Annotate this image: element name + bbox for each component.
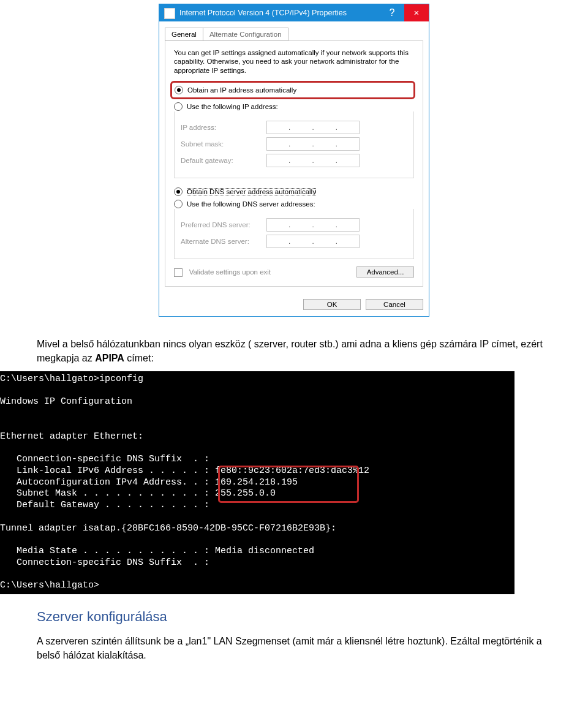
label-preferred-dns: Preferred DNS server:: [181, 221, 266, 228]
label-ip-address: IP address:: [181, 124, 266, 131]
radio-label: Use the following DNS server addresses:: [187, 200, 315, 208]
terminal-output: C:\Users\hallgato>ipconfig Windows IP Co…: [0, 371, 514, 594]
radio-icon: [174, 102, 183, 111]
radio-use-following-dns[interactable]: Use the following DNS server addresses:: [174, 198, 414, 210]
radio-label: Obtain an IP address automatically: [187, 86, 296, 94]
window-title: Internet Protocol Version 4 (TCP/IPv4) P…: [179, 4, 380, 21]
radio-icon: [174, 187, 183, 196]
radio-obtain-ip-automatically[interactable]: Obtain an IP address automatically: [175, 84, 395, 96]
label-subnet-mask: Subnet mask:: [181, 140, 266, 148]
advanced-button[interactable]: Advanced...: [356, 266, 414, 278]
radio-label: Obtain DNS server address automatically: [187, 188, 316, 195]
titlebar[interactable]: Internet Protocol Version 4 (TCP/IPv4) P…: [159, 4, 429, 21]
close-button[interactable]: ×: [404, 4, 429, 21]
checkbox-label: Validate settings upon exit: [189, 268, 271, 276]
tcpip-properties-dialog: Internet Protocol Version 4 (TCP/IPv4) P…: [159, 4, 429, 317]
window-icon: [164, 8, 175, 19]
label-alternate-dns: Alternate DNS server:: [181, 238, 266, 245]
radio-use-following-ip[interactable]: Use the following IP address:: [174, 100, 414, 113]
checkbox-icon: [174, 268, 183, 277]
tab-alternate-configuration[interactable]: Alternate Configuration: [203, 28, 288, 41]
tab-general[interactable]: General: [165, 28, 203, 41]
help-button[interactable]: ?: [380, 4, 404, 21]
cancel-button[interactable]: Cancel: [366, 299, 423, 310]
label-default-gateway: Default gateway:: [181, 157, 266, 164]
paragraph-apipa: Mivel a belső hálózatunkban nincs olyan …: [37, 338, 551, 365]
radio-obtain-dns-automatically[interactable]: Obtain DNS server address automatically: [174, 186, 414, 198]
ok-button[interactable]: OK: [303, 299, 361, 310]
input-ip-address: ...: [266, 121, 360, 134]
intro-text: You can get IP settings assigned automat…: [174, 48, 414, 75]
checkbox-validate-settings[interactable]: Validate settings upon exit: [174, 267, 271, 277]
input-preferred-dns: ...: [266, 218, 360, 232]
radio-icon: [174, 200, 183, 208]
input-subnet-mask: ...: [266, 137, 360, 151]
highlight-box: Obtain an IP address automatically: [170, 81, 415, 99]
radio-label: Use the following IP address:: [187, 103, 278, 110]
paragraph-server-config: A szerveren szintén állítsunk be a „lan1…: [37, 635, 551, 662]
heading-server-config: Szerver konfigurálása: [37, 609, 551, 625]
input-alternate-dns: ...: [266, 235, 360, 248]
radio-icon: [175, 86, 183, 94]
input-default-gateway: ...: [266, 154, 360, 167]
